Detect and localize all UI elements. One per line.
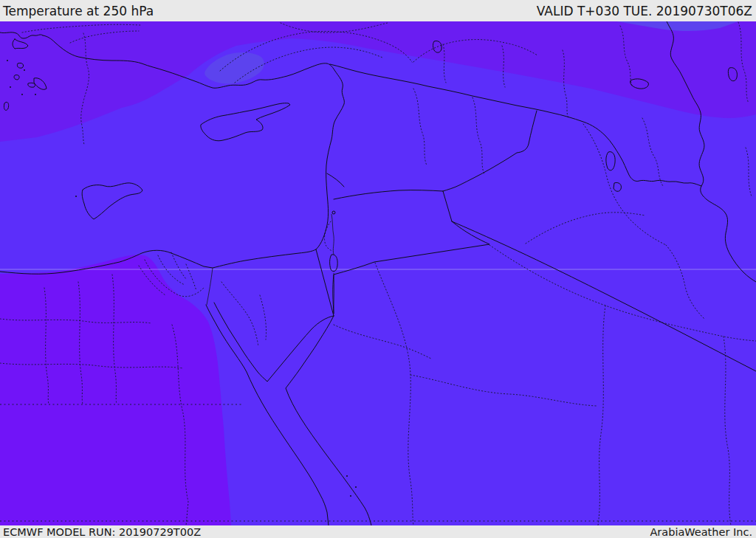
valid-time-label: VALID T+030 TUE. 20190730T06Z (537, 4, 752, 18)
weather-map-page: { "header": { "title": "Temperature at 2… (0, 0, 756, 538)
temperature-map-svg (0, 21, 756, 525)
footer-bar: ECMWF MODEL RUN: 20190729T00Z ArabiaWeat… (0, 525, 756, 538)
header-bar: Temperature at 250 hPa VALID T+030 TUE. … (0, 0, 756, 21)
map-canvas (0, 21, 756, 525)
model-run-label: ECMWF MODEL RUN: 20190729T00Z (3, 526, 201, 538)
map-title: Temperature at 250 hPa (3, 4, 154, 18)
brand-label: ArabiaWeather Inc. (650, 526, 752, 538)
